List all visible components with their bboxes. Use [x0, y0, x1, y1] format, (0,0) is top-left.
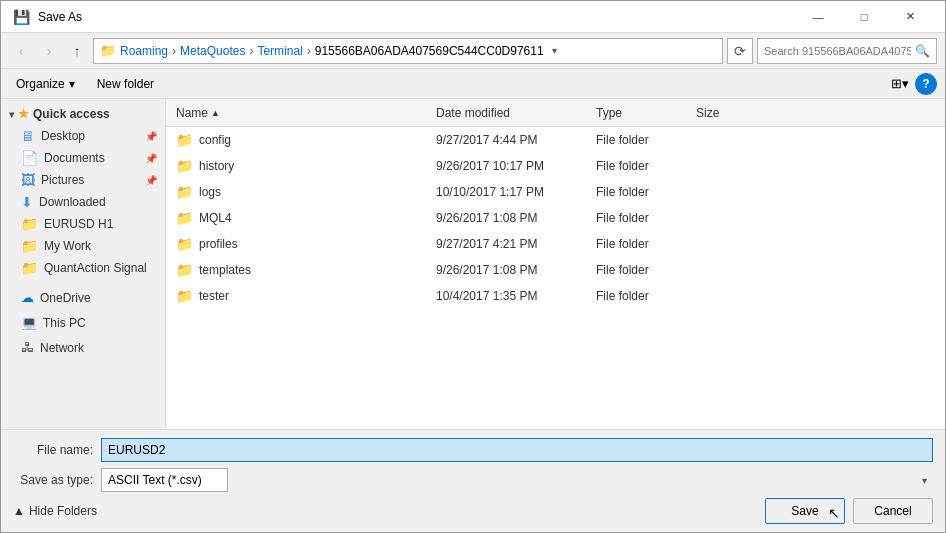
search-bar[interactable]: 🔍	[757, 38, 937, 64]
sidebar-item-downloaded[interactable]: ⬇ Downloaded	[1, 191, 165, 213]
desktop-icon: 🖥	[21, 128, 35, 144]
column-header-type[interactable]: Type	[596, 106, 696, 120]
thispc-label: This PC	[43, 316, 86, 330]
close-button[interactable]: ✕	[887, 5, 933, 29]
column-header-size[interactable]: Size	[696, 106, 776, 120]
new-folder-button[interactable]: New folder	[90, 73, 161, 95]
sidebar-item-quantaction[interactable]: 📁 QuantAction Signal	[1, 257, 165, 279]
breadcrumb-item-roaming[interactable]: Roaming	[120, 44, 168, 58]
network-icon: 🖧	[21, 340, 34, 355]
breadcrumb-item-metaquotes[interactable]: MetaQuotes	[180, 44, 245, 58]
organize-arrow-icon: ▾	[69, 77, 75, 91]
filename-input[interactable]	[101, 438, 933, 462]
column-sort-arrow-icon: ▲	[211, 108, 220, 118]
save-button[interactable]: Save ↖	[765, 498, 845, 524]
view-icon: ⊞	[891, 76, 902, 91]
view-button[interactable]: ⊞ ▾	[887, 73, 913, 95]
quick-access-header[interactable]: ▾ ★ Quick access	[1, 103, 165, 125]
back-button[interactable]: ‹	[9, 39, 33, 63]
cancel-button[interactable]: Cancel	[853, 498, 933, 524]
onedrive-icon: ☁	[21, 290, 34, 305]
file-folder-icon: 📁	[176, 158, 193, 174]
table-row[interactable]: 📁 tester 10/4/2017 1:35 PM File folder	[166, 283, 945, 309]
column-type-label: Type	[596, 106, 622, 120]
table-row[interactable]: 📁 MQL4 9/26/2017 1:08 PM File folder	[166, 205, 945, 231]
sidebar-item-network[interactable]: 🖧 Network	[1, 337, 165, 358]
sidebar-item-thispc[interactable]: 💻 This PC	[1, 312, 165, 333]
bottom-bar: File name: Save as type: ASCII Text (*.c…	[1, 429, 945, 532]
file-folder-icon: 📁	[176, 184, 193, 200]
file-date: 9/26/2017 1:08 PM	[436, 263, 596, 277]
hide-folders-label: Hide Folders	[29, 504, 97, 518]
table-row[interactable]: 📁 history 9/26/2017 10:17 PM File folder	[166, 153, 945, 179]
sidebar-item-documents[interactable]: 📄 Documents 📌	[1, 147, 165, 169]
desktop-label: Desktop	[41, 129, 85, 143]
search-input[interactable]	[764, 45, 911, 57]
file-folder-icon: 📁	[176, 210, 193, 226]
file-name: config	[199, 133, 231, 147]
quick-access-star-icon: ★	[18, 107, 29, 121]
organize-label: Organize	[16, 77, 65, 91]
title-bar-controls: — □ ✕	[795, 5, 933, 29]
network-label: Network	[40, 341, 84, 355]
window-icon: 💾	[13, 9, 30, 25]
documents-icon: 📄	[21, 150, 38, 166]
documents-pin-icon: 📌	[145, 153, 157, 164]
address-toolbar: ‹ › ↑ 📁 Roaming › MetaQuotes › Terminal …	[1, 33, 945, 69]
sidebar-item-eurusd-h1[interactable]: 📁 EURUSD H1	[1, 213, 165, 235]
table-row[interactable]: 📁 logs 10/10/2017 1:17 PM File folder	[166, 179, 945, 205]
quantaction-icon: 📁	[21, 260, 38, 276]
breadcrumb-dropdown-arrow[interactable]: ▾	[552, 45, 557, 56]
cursor-icon: ↖	[828, 505, 840, 521]
sidebar-item-desktop[interactable]: 🖥 Desktop 📌	[1, 125, 165, 147]
onedrive-label: OneDrive	[40, 291, 91, 305]
file-date: 9/27/2017 4:44 PM	[436, 133, 596, 147]
file-type: File folder	[596, 211, 696, 225]
savetype-label: Save as type:	[13, 473, 93, 487]
save-as-dialog: 💾 Save As — □ ✕ ‹ › ↑ 📁 Roaming › MetaQu…	[0, 0, 946, 533]
help-button[interactable]: ?	[915, 73, 937, 95]
up-button[interactable]: ↑	[65, 39, 89, 63]
breadcrumb-folder-icon: 📁	[100, 43, 116, 58]
breadcrumb-bar[interactable]: 📁 Roaming › MetaQuotes › Terminal › 9155…	[93, 38, 723, 64]
file-name: history	[199, 159, 234, 173]
column-header-name[interactable]: Name ▲	[176, 106, 436, 120]
breadcrumb-item-terminal[interactable]: Terminal	[257, 44, 302, 58]
sidebar: ▾ ★ Quick access 🖥 Desktop 📌 📄 Documents…	[1, 99, 166, 429]
table-row[interactable]: 📁 templates 9/26/2017 1:08 PM File folde…	[166, 257, 945, 283]
organize-button[interactable]: Organize ▾	[9, 73, 82, 95]
column-header-date[interactable]: Date modified	[436, 106, 596, 120]
minimize-button[interactable]: —	[795, 5, 841, 29]
table-row[interactable]: 📁 profiles 9/27/2017 4:21 PM File folder	[166, 231, 945, 257]
file-folder-icon: 📁	[176, 236, 193, 252]
file-date: 9/27/2017 4:21 PM	[436, 237, 596, 251]
file-name: tester	[199, 289, 229, 303]
mywork-icon: 📁	[21, 238, 38, 254]
documents-label: Documents	[44, 151, 105, 165]
savetype-select[interactable]: ASCII Text (*.csv) CSV (*.csv) All Files…	[101, 468, 228, 492]
file-date: 10/4/2017 1:35 PM	[436, 289, 596, 303]
file-date: 9/26/2017 10:17 PM	[436, 159, 596, 173]
pictures-label: Pictures	[41, 173, 84, 187]
sidebar-item-my-work[interactable]: 📁 My Work	[1, 235, 165, 257]
action-row: ▲ Hide Folders Save ↖ Cancel	[13, 498, 933, 524]
hide-folders-button[interactable]: ▲ Hide Folders	[13, 504, 97, 518]
savetype-wrapper: ASCII Text (*.csv) CSV (*.csv) All Files…	[101, 468, 933, 492]
search-icon: 🔍	[915, 44, 930, 58]
forward-button[interactable]: ›	[37, 39, 61, 63]
file-type: File folder	[596, 185, 696, 199]
maximize-button[interactable]: □	[841, 5, 887, 29]
breadcrumb-sep-3: ›	[307, 44, 311, 58]
file-name: templates	[199, 263, 251, 277]
breadcrumb-current: 915566BA06ADA407569C544CC0D97611	[315, 44, 544, 58]
refresh-button[interactable]: ⟳	[727, 38, 753, 64]
column-date-label: Date modified	[436, 106, 510, 120]
sidebar-item-onedrive[interactable]: ☁ OneDrive	[1, 287, 165, 308]
savetype-row: Save as type: ASCII Text (*.csv) CSV (*.…	[13, 468, 933, 492]
sidebar-item-pictures[interactable]: 🖼 Pictures 📌	[1, 169, 165, 191]
action-buttons: Save ↖ Cancel	[765, 498, 933, 524]
table-row[interactable]: 📁 config 9/27/2017 4:44 PM File folder	[166, 127, 945, 153]
file-list: Name ▲ Date modified Type Size 📁 config	[166, 99, 945, 429]
file-name: MQL4	[199, 211, 232, 225]
eurusdh1-icon: 📁	[21, 216, 38, 232]
